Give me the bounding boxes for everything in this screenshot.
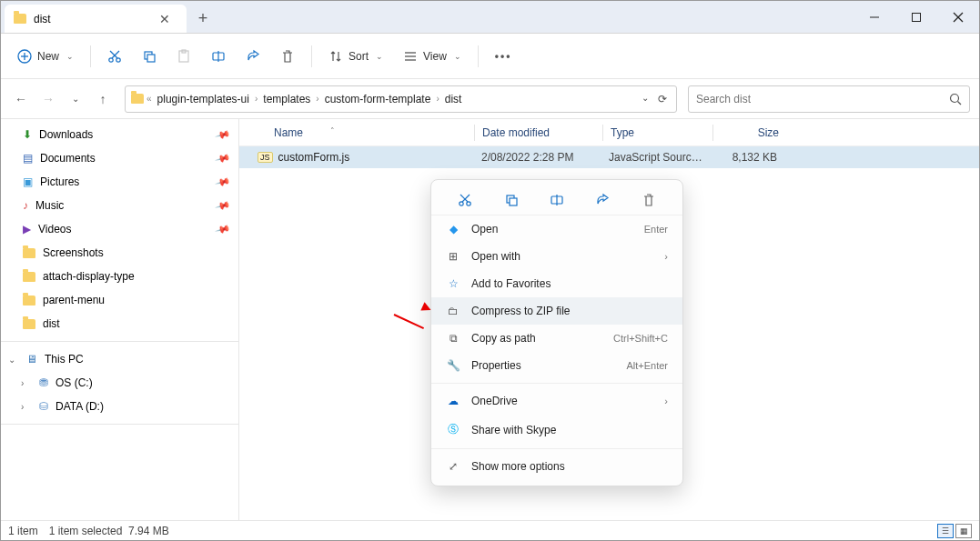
context-item-more[interactable]: ⤢Show more options (431, 453, 682, 480)
vscode-icon: ◆ (446, 223, 460, 235)
sort-label: Sort (349, 50, 369, 63)
breadcrumb-seg[interactable]: templates (260, 91, 313, 107)
sidebar-item-drive-c[interactable]: ›⛃OS (C:) (1, 371, 238, 395)
divider (431, 383, 682, 384)
svg-point-22 (460, 202, 463, 205)
share-button[interactable] (238, 44, 268, 69)
skype-icon: Ⓢ (446, 422, 460, 437)
sidebar-item-label: Videos (38, 223, 71, 235)
forward-button[interactable]: → (37, 92, 59, 106)
share-icon (595, 193, 610, 207)
rename-icon (550, 193, 564, 207)
svg-rect-27 (510, 198, 517, 205)
breadcrumb-seg[interactable]: dist (442, 91, 465, 107)
pictures-icon: ▣ (23, 175, 33, 188)
cut-button[interactable] (458, 193, 472, 207)
context-item-skype[interactable]: ⓈShare with Skype (431, 415, 682, 445)
shortcut-hint: Ctrl+Shift+C (613, 333, 668, 344)
file-row[interactable]: JScustomForm.js 2/08/2022 2:28 PM JavaSc… (239, 146, 979, 168)
sidebar: ⬇Downloads📌 ▤Documents📌 ▣Pictures📌 ♪Musi… (1, 119, 239, 520)
sidebar-item-downloads[interactable]: ⬇Downloads📌 (1, 123, 238, 146)
close-tab-button[interactable]: ✕ (156, 10, 174, 28)
close-window-button[interactable] (937, 1, 979, 33)
search-box[interactable] (688, 85, 970, 113)
details-view-button[interactable]: ☰ (937, 524, 954, 538)
file-name: customForm.js (278, 151, 350, 164)
file-date-cell: 2/08/2022 2:28 PM (474, 151, 601, 164)
context-item-open[interactable]: ◆OpenEnter (431, 215, 682, 243)
chevron-icon: « (146, 94, 152, 104)
search-input[interactable] (696, 93, 949, 105)
context-item-favorites[interactable]: ☆Add to Favorites (431, 270, 682, 297)
sort-button[interactable]: Sort ⌄ (321, 44, 390, 69)
view-button[interactable]: View ⌄ (396, 44, 469, 69)
nav-row: ← → ⌄ ↑ « plugin-templates-ui › template… (1, 79, 979, 119)
sidebar-item-videos[interactable]: ▶Videos📌 (1, 217, 238, 241)
new-tab-button[interactable]: + (187, 5, 219, 33)
context-item-open-with[interactable]: ⊞Open with› (431, 243, 682, 270)
breadcrumb-seg[interactable]: custom-form-template (322, 91, 434, 107)
column-header-name[interactable]: Name˄ (267, 126, 474, 139)
sidebar-item-this-pc[interactable]: ⌄🖥This PC (1, 347, 238, 371)
chevron-down-icon: ⌄ (66, 52, 74, 61)
column-header-size[interactable]: Size (713, 126, 786, 139)
context-menu-quick-actions (431, 185, 682, 215)
svg-rect-1 (913, 13, 921, 21)
context-item-properties[interactable]: 🔧PropertiesAlt+Enter (431, 352, 682, 379)
up-button[interactable]: ↑ (92, 92, 114, 106)
minimize-button[interactable] (854, 1, 895, 33)
chevron-down-icon[interactable]: ⌄ (642, 93, 649, 105)
context-item-compress[interactable]: 🗀Compress to ZIP file (431, 297, 682, 325)
sidebar-item-documents[interactable]: ▤Documents📌 (1, 146, 238, 170)
chevron-down-icon: ⌄ (454, 52, 461, 61)
breadcrumb-seg[interactable]: plugin-templates-ui (155, 91, 252, 107)
search-icon[interactable] (949, 93, 962, 105)
scissors-icon (458, 193, 472, 207)
recent-button[interactable]: ⌄ (65, 94, 86, 104)
maximize-button[interactable] (895, 1, 937, 33)
context-item-label: Show more options (471, 460, 565, 473)
rename-button[interactable] (550, 193, 564, 207)
refresh-button[interactable]: ⟳ (658, 93, 667, 105)
tab-dist[interactable]: dist ✕ (5, 5, 187, 33)
sidebar-item-drive-d[interactable]: ›⛁DATA (D:) (1, 395, 238, 418)
more-button[interactable]: ••• (488, 45, 520, 68)
chevron-right-icon: › (664, 396, 668, 406)
drive-icon: ⛁ (39, 400, 48, 413)
share-button[interactable] (595, 193, 610, 207)
context-item-label: Add to Favorites (471, 277, 551, 290)
copy-button[interactable] (504, 193, 519, 207)
sidebar-item-dist[interactable]: dist (1, 312, 238, 336)
context-item-onedrive[interactable]: ☁OneDrive› (431, 387, 682, 415)
breadcrumb[interactable]: « plugin-templates-ui › templates › cust… (125, 85, 677, 113)
cut-button[interactable] (100, 44, 129, 69)
context-item-label: Properties (471, 359, 521, 372)
large-icons-view-button[interactable]: ▦ (955, 524, 972, 538)
sidebar-item-label: Documents (40, 152, 96, 165)
sidebar-item-parent-menu[interactable]: parent-menu (1, 288, 238, 312)
titlebar: dist ✕ + (1, 1, 979, 34)
file-type-cell: JavaScript Source ... (601, 151, 712, 164)
context-item-label: Open with (471, 250, 520, 263)
sidebar-item-label: Music (35, 199, 64, 212)
star-icon: ☆ (446, 277, 460, 290)
column-header-date[interactable]: Date modified (475, 126, 602, 139)
sidebar-item-attach-display-type[interactable]: attach-display-type (1, 265, 238, 288)
new-button[interactable]: New ⌄ (10, 44, 81, 69)
copy-button[interactable] (135, 44, 164, 69)
sidebar-item-pictures[interactable]: ▣Pictures📌 (1, 170, 238, 194)
delete-button[interactable] (273, 44, 302, 69)
back-button[interactable]: ← (10, 92, 32, 106)
context-item-copy-path[interactable]: ⧉Copy as pathCtrl+Shift+C (431, 325, 682, 352)
sidebar-item-label: parent-menu (43, 294, 105, 306)
paste-button[interactable] (169, 44, 198, 69)
chevron-right-icon: › (21, 402, 32, 412)
delete-button[interactable] (642, 193, 656, 207)
js-file-icon: JS (258, 152, 273, 163)
folder-icon (14, 14, 26, 24)
column-header-type[interactable]: Type (603, 126, 712, 139)
rename-button[interactable] (204, 44, 233, 69)
context-item-label: Compress to ZIP file (471, 305, 570, 317)
sidebar-item-music[interactable]: ♪Music📌 (1, 194, 238, 217)
sidebar-item-screenshots[interactable]: Screenshots (1, 241, 238, 265)
